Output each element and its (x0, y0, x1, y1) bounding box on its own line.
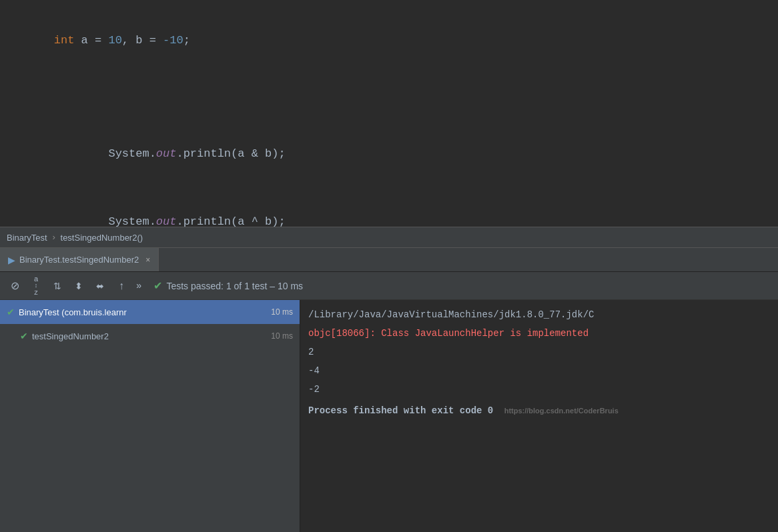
output-value-3: -2 (308, 380, 770, 399)
status-text: Tests passed: 1 of 1 test – 10 ms (166, 281, 303, 291)
tab-bar: ▶ BinaryTest.testSingedNumber2 × (0, 248, 778, 272)
root-test-label: BinaryTest (com.bruis.learnr (19, 307, 267, 317)
output-process-line: Process finished with exit code 0 https:… (308, 405, 770, 416)
output-value-1: 2 (308, 343, 770, 361)
run-tab-icon: ▶ (8, 255, 15, 265)
tab-close-button[interactable]: × (145, 255, 150, 265)
breadcrumb-separator: › (51, 233, 57, 243)
output-panel: /Library/Java/JavaVirtualMachines/jdk1.8… (300, 300, 778, 532)
code-line-3 (27, 97, 778, 120)
sort-duration-button[interactable]: ⇅ (48, 277, 67, 295)
keyword-int: int (54, 34, 75, 47)
root-check-icon: ✔ (7, 307, 15, 317)
up-arrow-icon: ↑ (119, 280, 124, 292)
breadcrumb-bar: BinaryTest › testSingedNumber2() (0, 227, 778, 248)
test-status: ✔ Tests passed: 1 of 1 test – 10 ms (153, 279, 303, 292)
tab-label: BinaryTest.testSingedNumber2 (19, 255, 139, 265)
sort-alpha-icon: a ↕ z (34, 275, 38, 296)
expand-icon: ⬍ (75, 281, 83, 291)
code-line-5: System.out.println(a ^ b); (27, 188, 778, 227)
test-run-tab[interactable]: ▶ BinaryTest.testSingedNumber2 × (0, 248, 159, 271)
test-root-node[interactable]: ✔ BinaryTest (com.bruis.learnr 10 ms (0, 300, 300, 324)
expand-all-button[interactable]: ⬍ (69, 277, 88, 295)
child-test-label: testSingedNumber2 (32, 331, 267, 341)
main-panel: ✔ BinaryTest (com.bruis.learnr 10 ms ✔ t… (0, 300, 778, 532)
root-test-time: 10 ms (271, 307, 293, 317)
stop-button[interactable]: ⊘ (5, 277, 24, 295)
sort-alpha-button[interactable]: a ↕ z (27, 277, 45, 295)
collapse-all-button[interactable]: ⬌ (91, 277, 109, 295)
code-line-4: System.out.println(a & b); (27, 120, 778, 188)
code-line-1: int a = 10, b = -10; (27, 7, 778, 75)
navigate-up-button[interactable]: ↑ (112, 277, 131, 295)
more-button[interactable]: » (133, 281, 144, 291)
child-check-icon: ✔ (20, 331, 28, 341)
output-error-line: objc[18066]: Class JavaLaunchHelper is i… (308, 324, 770, 343)
breadcrumb-method: testSingedNumber2() (61, 233, 143, 243)
test-toolbar: ⊘ a ↕ z ⇅ ⬍ ⬌ ↑ » ✔ Tests passed: 1 of 1… (0, 272, 778, 300)
test-child-node[interactable]: ✔ testSingedNumber2 10 ms (0, 324, 300, 348)
stop-icon: ⊘ (11, 279, 19, 292)
process-text: Process finished with exit code 0 (308, 405, 493, 416)
test-tree: ✔ BinaryTest (com.bruis.learnr 10 ms ✔ t… (0, 300, 300, 532)
watermark: https://blog.csdn.net/CoderBruis (504, 407, 619, 415)
status-check-icon: ✔ (153, 279, 162, 292)
breadcrumb-class: BinaryTest (7, 233, 47, 243)
output-value-2: -4 (308, 361, 770, 380)
code-editor: int a = 10, b = -10; System.out.println(… (0, 0, 778, 227)
collapse-icon: ⬌ (96, 281, 104, 291)
sort-duration-icon: ⇅ (53, 281, 61, 291)
output-path-line: /Library/Java/JavaVirtualMachines/jdk1.8… (308, 305, 770, 324)
child-test-time: 10 ms (271, 331, 293, 341)
code-line-2 (27, 75, 778, 97)
